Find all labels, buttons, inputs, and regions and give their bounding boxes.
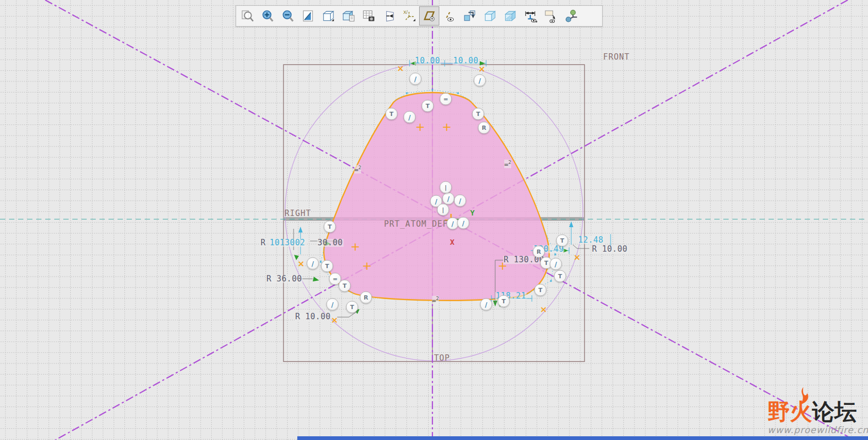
constraint-bubble[interactable]: |: [440, 181, 452, 194]
vertex-marker[interactable]: ×: [540, 305, 547, 314]
constraint-bubble[interactable]: T: [386, 108, 398, 120]
equal-constraint-label[interactable]: =2: [354, 165, 361, 173]
vertex-marker[interactable]: ×: [478, 65, 485, 73]
dimension-value[interactable]: R 10.00: [591, 245, 628, 253]
constraint-bubble[interactable]: /: [550, 258, 562, 270]
flame-icon: [794, 386, 812, 408]
wireframe-display-button[interactable]: [318, 6, 338, 26]
toolbar: X/: [236, 5, 603, 27]
constraint-bubble[interactable]: T: [422, 100, 434, 112]
dimension-display-toggle-button[interactable]: [520, 6, 540, 26]
view-manager-icon: [362, 9, 375, 23]
vertex-marker[interactable]: ×: [331, 316, 338, 325]
dimension-value[interactable]: R: [260, 239, 266, 247]
datum-axes-display-icon: X/: [402, 9, 416, 23]
annotation-overlay: 10.0010.00R101300230.00R 36.00R 10.00R 1…: [0, 0, 868, 440]
datum-axes-display-button[interactable]: X/: [399, 6, 419, 26]
reorient-view-button[interactable]: [460, 6, 480, 26]
constraint-bubble[interactable]: T: [498, 295, 510, 308]
constraint-bubble[interactable]: /: [457, 217, 470, 229]
sketch-plane-display-button[interactable]: [419, 6, 439, 26]
wireframe-display-icon: [321, 9, 335, 23]
center-marker[interactable]: +: [362, 260, 372, 272]
watermark-url: www.proewildfire.cn: [767, 425, 868, 435]
dimension-value[interactable]: R 36.00: [266, 275, 303, 283]
watermark-brand-dark: 论坛: [812, 399, 857, 425]
zoom-in-button[interactable]: [257, 6, 278, 26]
centerline-display-icon: [443, 9, 456, 23]
constraint-bubble[interactable]: T: [472, 108, 485, 120]
zoom-out-icon: [281, 9, 295, 23]
transparent-shade-button[interactable]: [480, 6, 500, 26]
zoom-in-icon: [261, 9, 274, 23]
constraint-bubble[interactable]: /: [307, 258, 319, 270]
dimension-value[interactable]: 10.00: [414, 57, 441, 65]
shaded-display-button[interactable]: [338, 6, 358, 26]
constraint-bubble[interactable]: T: [339, 280, 351, 292]
constraint-bubble[interactable]: R: [478, 122, 490, 134]
plane-label-prt_atom_def: PRT_ATOM_DEF: [384, 220, 448, 228]
constraint-bubble[interactable]: T: [554, 270, 566, 283]
enhanced-shade-button[interactable]: [500, 6, 520, 26]
center-marker[interactable]: +: [442, 121, 452, 133]
bottom-selection-bar: [297, 436, 868, 440]
datum-point-tool-icon: [564, 9, 578, 23]
plane-label-right: RIGHT: [285, 210, 311, 218]
zoom-out-button[interactable]: [278, 6, 298, 26]
dimension-value[interactable]: 1013002: [269, 239, 306, 247]
constraint-bubble[interactable]: R: [533, 246, 545, 258]
constraint-bubble[interactable]: /: [480, 298, 493, 311]
constraint-bubble[interactable]: T: [346, 301, 358, 313]
dimension-value[interactable]: 12.48: [578, 236, 604, 244]
constraint-bubble[interactable]: T: [324, 221, 336, 233]
plane-label-front: FRONT: [603, 53, 630, 61]
axis-label-x: X: [450, 238, 454, 246]
center-marker[interactable]: +: [350, 241, 360, 253]
center-marker[interactable]: +: [498, 260, 507, 272]
sketch-plane-display-icon: [422, 9, 436, 23]
dimension-value[interactable]: R 10.00: [295, 313, 331, 321]
sketcher-canvas[interactable]: 10.0010.00R101300230.00R 36.00R 10.00R 1…: [0, 0, 868, 440]
constraint-bubble[interactable]: |: [437, 204, 449, 216]
constraint-bubble[interactable]: T: [556, 235, 569, 247]
constraint-bubble[interactable]: R: [360, 292, 372, 304]
vertex-marker[interactable]: ×: [297, 260, 304, 268]
constraint-bubble[interactable]: /: [454, 195, 466, 207]
view-normal-button[interactable]: [379, 6, 399, 26]
constraint-bubble[interactable]: T: [535, 284, 547, 296]
equal-constraint-label[interactable]: =2: [504, 160, 511, 168]
repaint-icon: [301, 9, 315, 23]
transparent-shade-icon: [483, 9, 497, 23]
constraint-bubble[interactable]: /: [443, 193, 455, 205]
dimension-value[interactable]: 10.00: [453, 57, 479, 65]
enhanced-shade-icon: [503, 9, 517, 23]
constraint-bubble[interactable]: /: [327, 298, 339, 311]
reorient-view-icon: [463, 9, 477, 23]
constraint-bubble[interactable]: /: [410, 73, 422, 85]
svg-text:X/: X/: [403, 10, 408, 15]
view-normal-icon: [382, 9, 396, 23]
dimension-value[interactable]: 30.00: [317, 239, 344, 247]
axis-label-y: Y: [470, 209, 474, 217]
constraint-bubble[interactable]: /: [474, 74, 486, 87]
view-manager-button[interactable]: [358, 6, 379, 26]
shaded-display-icon: [341, 9, 355, 23]
forum-watermark: 野火论坛 www.proewildfire.cn: [767, 400, 868, 435]
vertex-marker[interactable]: ×: [573, 253, 580, 262]
zoom-fit-button[interactable]: [237, 6, 257, 26]
constraint-bubble[interactable]: /: [404, 111, 416, 123]
repaint-button[interactable]: [298, 6, 318, 26]
datum-point-tool-button[interactable]: [561, 6, 581, 26]
dimension-display-toggle-icon: [523, 9, 537, 23]
constraint-bubble[interactable]: =: [440, 93, 452, 105]
annotation-display-toggle-button[interactable]: [540, 6, 561, 26]
annotation-display-toggle-icon: [544, 9, 557, 23]
zoom-fit-icon: [240, 9, 254, 23]
plane-label-top: TOP: [434, 354, 450, 362]
vertex-marker[interactable]: ×: [397, 64, 404, 73]
constraint-bubble[interactable]: T: [321, 260, 333, 272]
equal-constraint-label[interactable]: =2: [432, 296, 439, 304]
center-marker[interactable]: +: [415, 121, 425, 133]
centerline-display-button[interactable]: [439, 6, 460, 26]
